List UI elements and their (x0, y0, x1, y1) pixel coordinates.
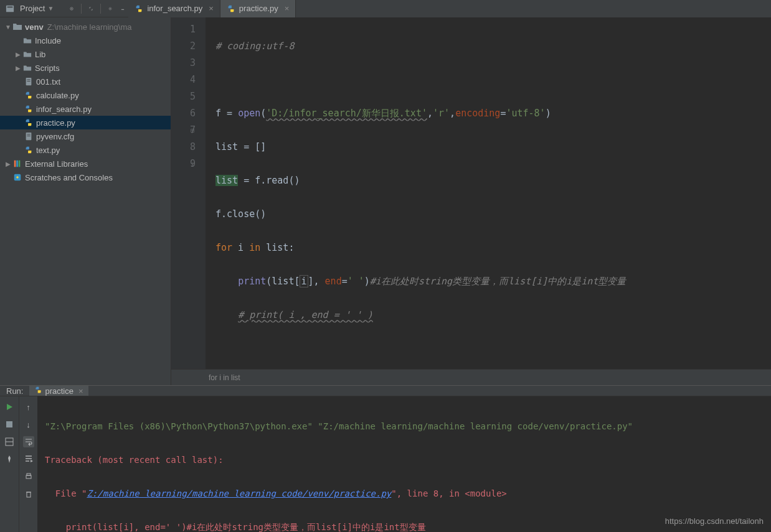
code-token: ' ' (348, 276, 364, 287)
code-comment: #i在此处时string类型变量，而list[i]中的i是int型变量 (370, 276, 627, 287)
tree-label: 001.txt (36, 77, 60, 86)
tree-label: text.py (36, 146, 60, 155)
arrow-up-icon[interactable]: ↑ (23, 401, 34, 413)
print-icon[interactable] (23, 471, 34, 482)
code-token: 'D:/infor_search/新华日报.txt' (266, 108, 427, 119)
code-token: open (238, 108, 260, 119)
arrow-down-icon[interactable]: ↓ (23, 419, 34, 430)
svg-line-12 (111, 7, 112, 8)
tree-external-libraries[interactable]: ▶ External Libraries (0, 157, 171, 170)
close-icon[interactable]: × (285, 4, 290, 13)
code-token: ) (364, 276, 370, 287)
code-content[interactable]: # coding:utf-8 f = open('D:/infor_search… (206, 17, 771, 369)
svg-rect-26 (6, 421, 12, 427)
svg-point-3 (72, 8, 73, 9)
scratches-icon (12, 172, 22, 182)
target-icon[interactable] (66, 3, 77, 14)
tree-label: calculate.py (36, 91, 79, 100)
scroll-to-end-icon[interactable] (23, 454, 34, 465)
svg-marker-29 (31, 460, 33, 462)
tree-label: Scripts (35, 63, 60, 73)
tree-item-infor-search[interactable]: infor_search.py (0, 102, 171, 116)
tree-root-venv[interactable]: ▼ venv Z:\machine learning\ma (0, 20, 171, 34)
trash-icon[interactable] (23, 488, 34, 500)
run-tab-label: practice (45, 386, 73, 396)
expand-icon[interactable] (85, 3, 97, 14)
close-icon[interactable]: × (78, 386, 83, 396)
code-token: list (215, 175, 238, 186)
code-token: f (215, 108, 221, 119)
pin-icon[interactable] (4, 454, 15, 465)
tree-item-include[interactable]: ▶ Include (0, 34, 171, 47)
code-token: = (342, 276, 348, 287)
toolbar-actions (66, 3, 128, 14)
tree-label: practice.py (36, 118, 75, 128)
tree-item-practice[interactable]: practice.py (0, 116, 171, 129)
run-gutter-left (0, 396, 19, 532)
code-token: i (300, 275, 308, 287)
editor-breadcrumb[interactable]: for i in list (171, 369, 771, 385)
svg-rect-32 (27, 492, 31, 497)
code-token (215, 309, 238, 320)
console-text: File " (45, 488, 87, 498)
tree-item-text[interactable]: text.py (0, 143, 171, 157)
python-file-icon (24, 118, 34, 128)
tree-label: External Libraries (25, 159, 88, 169)
chevron-down-icon: ▼ (47, 5, 54, 12)
minimize-icon[interactable] (117, 3, 128, 14)
code-editor[interactable]: 1 2 3 4 5 6 7⊟ 8 9⊥ # coding:utf-8 f = o… (171, 17, 771, 369)
top-toolbar: Project ▼ infor_search.py × (0, 0, 771, 17)
tree-scratches[interactable]: ▶ Scratches and Consoles (0, 170, 171, 184)
code-token: for (215, 242, 232, 253)
close-icon[interactable]: × (209, 4, 214, 13)
svg-rect-21 (16, 161, 18, 167)
console-file-link[interactable]: Z:/machine learning/machine learning cod… (87, 488, 391, 498)
gear-icon[interactable] (105, 3, 116, 14)
tree-item-001txt[interactable]: 001.txt (0, 75, 171, 88)
python-file-icon (24, 90, 34, 100)
code-token: encoding (455, 108, 500, 119)
svg-rect-1 (7, 6, 13, 7)
run-panel: Run: practice × ↑ ↓ "Z:\Program Files (x… (0, 385, 771, 531)
code-token: ) (546, 108, 551, 119)
console-text: "Z:\Program Files (x86)\Python\Python37\… (45, 421, 313, 431)
svg-line-9 (110, 7, 110, 8)
layout-icon[interactable] (4, 436, 15, 447)
code-token: in (249, 242, 260, 253)
code-comment: # coding:utf-8 (215, 40, 294, 52)
python-file-icon (34, 386, 42, 396)
svg-point-4 (110, 7, 111, 9)
svg-marker-25 (7, 404, 12, 410)
python-file-icon (135, 4, 143, 13)
svg-rect-0 (6, 5, 14, 12)
tree-item-calculate[interactable]: calculate.py (0, 88, 171, 102)
tree-item-scripts[interactable]: ▶ Scripts (0, 61, 171, 75)
python-file-icon (24, 145, 34, 155)
text-file-icon (24, 77, 34, 86)
console-error: Traceback (most recent call last): (45, 452, 764, 469)
tree-label: pyvenv.cfg (36, 132, 74, 141)
editor-tab-practice[interactable]: practice.py × (220, 0, 296, 17)
svg-point-24 (16, 176, 19, 179)
editor-tab-infor-search[interactable]: infor_search.py × (128, 0, 220, 17)
collapse-icon[interactable]: ⊟ (191, 122, 194, 139)
tree-item-pyvenv[interactable]: pyvenv.cfg (0, 129, 171, 143)
code-token: = f.read() (238, 175, 300, 186)
folder-icon (22, 49, 32, 59)
tree-item-lib[interactable]: ▶ Lib (0, 47, 171, 61)
rerun-icon[interactable] (4, 401, 15, 413)
chevron-right-icon: ▶ (4, 161, 12, 167)
code-token: 'utf-8' (506, 108, 545, 119)
chevron-down-icon: ▼ (4, 24, 12, 30)
project-tool-button[interactable]: Project ▼ (0, 0, 59, 17)
console-output[interactable]: "Z:\Program Files (x86)\Python\Python37\… (37, 396, 771, 532)
svg-rect-20 (14, 161, 16, 167)
stop-icon[interactable] (4, 419, 15, 430)
softwrap-icon[interactable] (23, 436, 34, 447)
code-token: (list[ (266, 276, 300, 287)
console-text: ", line 8, in <module> (391, 488, 506, 498)
code-token: f.close() (215, 208, 266, 220)
tree-label: Include (35, 36, 61, 45)
run-tab-practice[interactable]: practice × (29, 386, 88, 396)
python-file-icon (227, 4, 235, 13)
